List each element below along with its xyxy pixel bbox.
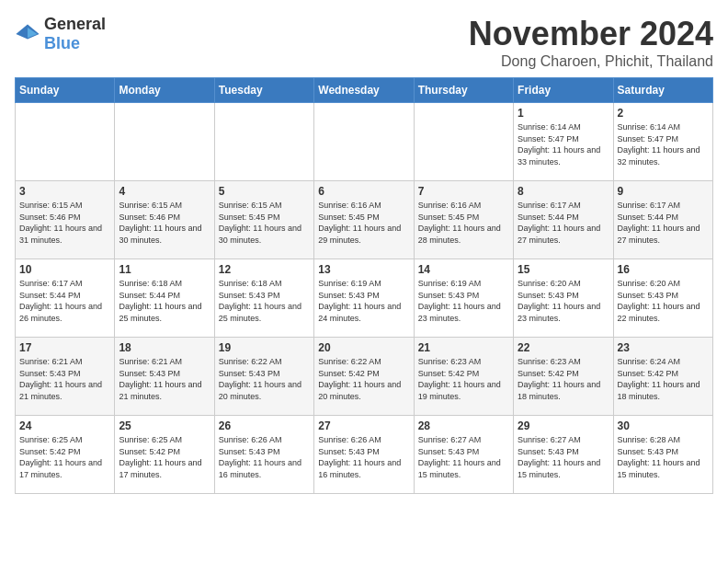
day-detail: Sunrise: 6:21 AM Sunset: 5:43 PM Dayligh… <box>119 356 210 402</box>
calendar-cell: 25Sunrise: 6:25 AM Sunset: 5:42 PM Dayli… <box>115 416 214 494</box>
day-detail: Sunrise: 6:17 AM Sunset: 5:44 PM Dayligh… <box>19 278 110 324</box>
day-detail: Sunrise: 6:20 AM Sunset: 5:43 PM Dayligh… <box>518 278 609 324</box>
calendar-cell <box>115 103 214 181</box>
calendar-cell: 18Sunrise: 6:21 AM Sunset: 5:43 PM Dayli… <box>115 338 214 416</box>
logo-general: General <box>44 15 106 33</box>
day-detail: Sunrise: 6:18 AM Sunset: 5:43 PM Dayligh… <box>219 278 310 324</box>
calendar-cell: 1Sunrise: 6:14 AM Sunset: 5:47 PM Daylig… <box>514 103 613 181</box>
calendar-cell: 8Sunrise: 6:17 AM Sunset: 5:44 PM Daylig… <box>514 181 613 259</box>
calendar-cell: 2Sunrise: 6:14 AM Sunset: 5:47 PM Daylig… <box>613 103 712 181</box>
column-header-wednesday: Wednesday <box>314 78 414 103</box>
column-header-saturday: Saturday <box>613 78 712 103</box>
calendar-cell: 30Sunrise: 6:28 AM Sunset: 5:43 PM Dayli… <box>613 416 712 494</box>
day-number: 10 <box>19 263 110 276</box>
day-detail: Sunrise: 6:16 AM Sunset: 5:45 PM Dayligh… <box>318 200 409 246</box>
calendar-cell: 7Sunrise: 6:16 AM Sunset: 5:45 PM Daylig… <box>414 181 513 259</box>
day-number: 25 <box>119 419 210 432</box>
column-header-monday: Monday <box>115 78 214 103</box>
day-detail: Sunrise: 6:16 AM Sunset: 5:45 PM Dayligh… <box>418 200 509 246</box>
day-number: 30 <box>618 419 709 432</box>
day-detail: Sunrise: 6:22 AM Sunset: 5:42 PM Dayligh… <box>318 356 409 402</box>
day-number: 9 <box>618 185 709 198</box>
logo-blue: Blue <box>44 34 80 52</box>
logo-icon <box>15 21 40 47</box>
day-detail: Sunrise: 6:15 AM Sunset: 5:45 PM Dayligh… <box>219 200 310 246</box>
location-title: Dong Charoen, Phichit, Thailand <box>469 53 713 70</box>
day-number: 22 <box>518 341 609 354</box>
calendar-cell: 10Sunrise: 6:17 AM Sunset: 5:44 PM Dayli… <box>16 259 115 338</box>
day-detail: Sunrise: 6:24 AM Sunset: 5:42 PM Dayligh… <box>618 356 709 402</box>
calendar-cell: 28Sunrise: 6:27 AM Sunset: 5:43 PM Dayli… <box>414 416 513 494</box>
day-number: 20 <box>318 341 409 354</box>
day-detail: Sunrise: 6:27 AM Sunset: 5:43 PM Dayligh… <box>518 434 609 480</box>
calendar-cell: 6Sunrise: 6:16 AM Sunset: 5:45 PM Daylig… <box>314 181 414 259</box>
day-number: 12 <box>219 263 310 276</box>
column-header-sunday: Sunday <box>16 78 115 103</box>
day-detail: Sunrise: 6:25 AM Sunset: 5:42 PM Dayligh… <box>19 434 110 480</box>
column-header-friday: Friday <box>514 78 613 103</box>
day-number: 18 <box>119 341 210 354</box>
day-number: 21 <box>418 341 509 354</box>
day-detail: Sunrise: 6:18 AM Sunset: 5:44 PM Dayligh… <box>119 278 210 324</box>
calendar-cell: 20Sunrise: 6:22 AM Sunset: 5:42 PM Dayli… <box>314 338 414 416</box>
day-detail: Sunrise: 6:19 AM Sunset: 5:43 PM Dayligh… <box>418 278 509 324</box>
day-detail: Sunrise: 6:26 AM Sunset: 5:43 PM Dayligh… <box>219 434 310 480</box>
day-number: 17 <box>19 341 110 354</box>
day-number: 15 <box>518 263 609 276</box>
calendar-cell: 23Sunrise: 6:24 AM Sunset: 5:42 PM Dayli… <box>613 338 712 416</box>
calendar-cell: 11Sunrise: 6:18 AM Sunset: 5:44 PM Dayli… <box>115 259 214 338</box>
calendar-cell <box>414 103 513 181</box>
calendar-cell: 26Sunrise: 6:26 AM Sunset: 5:43 PM Dayli… <box>214 416 313 494</box>
day-number: 6 <box>318 185 409 198</box>
calendar-table: SundayMondayTuesdayWednesdayThursdayFrid… <box>15 77 713 494</box>
calendar-cell: 27Sunrise: 6:26 AM Sunset: 5:43 PM Dayli… <box>314 416 414 494</box>
calendar-cell: 19Sunrise: 6:22 AM Sunset: 5:43 PM Dayli… <box>214 338 313 416</box>
day-number: 3 <box>19 185 110 198</box>
column-header-thursday: Thursday <box>414 78 513 103</box>
day-number: 26 <box>219 419 310 432</box>
day-detail: Sunrise: 6:23 AM Sunset: 5:42 PM Dayligh… <box>518 356 609 402</box>
calendar-week-row: 24Sunrise: 6:25 AM Sunset: 5:42 PM Dayli… <box>16 416 713 494</box>
day-number: 27 <box>318 419 409 432</box>
calendar-cell: 17Sunrise: 6:21 AM Sunset: 5:43 PM Dayli… <box>16 338 115 416</box>
day-number: 23 <box>618 341 709 354</box>
calendar-cell <box>16 103 115 181</box>
column-header-tuesday: Tuesday <box>214 78 313 103</box>
calendar-week-row: 10Sunrise: 6:17 AM Sunset: 5:44 PM Dayli… <box>16 259 713 338</box>
day-number: 14 <box>418 263 509 276</box>
logo: General Blue <box>15 15 106 53</box>
calendar-cell: 9Sunrise: 6:17 AM Sunset: 5:44 PM Daylig… <box>613 181 712 259</box>
day-number: 2 <box>618 107 709 120</box>
calendar-cell: 21Sunrise: 6:23 AM Sunset: 5:42 PM Dayli… <box>414 338 513 416</box>
calendar-cell: 13Sunrise: 6:19 AM Sunset: 5:43 PM Dayli… <box>314 259 414 338</box>
calendar-cell: 24Sunrise: 6:25 AM Sunset: 5:42 PM Dayli… <box>16 416 115 494</box>
calendar-cell: 22Sunrise: 6:23 AM Sunset: 5:42 PM Dayli… <box>514 338 613 416</box>
calendar-cell: 29Sunrise: 6:27 AM Sunset: 5:43 PM Dayli… <box>514 416 613 494</box>
day-detail: Sunrise: 6:23 AM Sunset: 5:42 PM Dayligh… <box>418 356 509 402</box>
day-number: 13 <box>318 263 409 276</box>
day-detail: Sunrise: 6:26 AM Sunset: 5:43 PM Dayligh… <box>318 434 409 480</box>
day-number: 29 <box>518 419 609 432</box>
day-number: 1 <box>518 107 609 120</box>
day-detail: Sunrise: 6:28 AM Sunset: 5:43 PM Dayligh… <box>618 434 709 480</box>
calendar-cell: 15Sunrise: 6:20 AM Sunset: 5:43 PM Dayli… <box>514 259 613 338</box>
day-detail: Sunrise: 6:27 AM Sunset: 5:43 PM Dayligh… <box>418 434 509 480</box>
day-detail: Sunrise: 6:25 AM Sunset: 5:42 PM Dayligh… <box>119 434 210 480</box>
calendar-cell <box>314 103 414 181</box>
title-area: November 2024 Dong Charoen, Phichit, Tha… <box>469 15 713 70</box>
day-detail: Sunrise: 6:22 AM Sunset: 5:43 PM Dayligh… <box>219 356 310 402</box>
calendar-cell: 12Sunrise: 6:18 AM Sunset: 5:43 PM Dayli… <box>214 259 313 338</box>
calendar-week-row: 1Sunrise: 6:14 AM Sunset: 5:47 PM Daylig… <box>16 103 713 181</box>
day-detail: Sunrise: 6:15 AM Sunset: 5:46 PM Dayligh… <box>119 200 210 246</box>
day-number: 4 <box>119 185 210 198</box>
day-number: 7 <box>418 185 509 198</box>
day-detail: Sunrise: 6:20 AM Sunset: 5:43 PM Dayligh… <box>618 278 709 324</box>
day-detail: Sunrise: 6:17 AM Sunset: 5:44 PM Dayligh… <box>518 200 609 246</box>
day-number: 24 <box>19 419 110 432</box>
day-number: 8 <box>518 185 609 198</box>
day-detail: Sunrise: 6:15 AM Sunset: 5:46 PM Dayligh… <box>19 200 110 246</box>
day-detail: Sunrise: 6:14 AM Sunset: 5:47 PM Dayligh… <box>618 121 709 167</box>
calendar-cell: 14Sunrise: 6:19 AM Sunset: 5:43 PM Dayli… <box>414 259 513 338</box>
day-number: 5 <box>219 185 310 198</box>
day-number: 16 <box>618 263 709 276</box>
